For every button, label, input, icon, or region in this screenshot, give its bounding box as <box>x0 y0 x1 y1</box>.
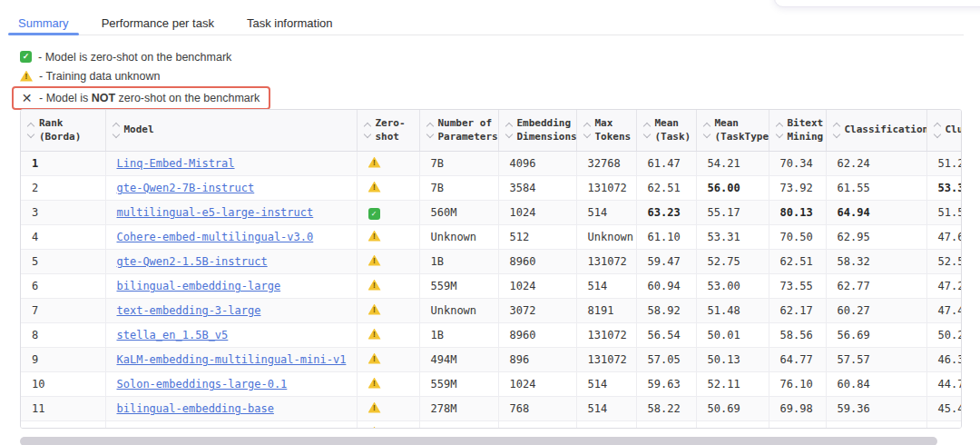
cell-mean_tasktype: 50.01 <box>696 323 769 348</box>
cell-dims: 1024 <box>498 274 576 299</box>
cell-max_tokens: 514 <box>576 372 636 397</box>
zero-shot-warning-icon <box>368 182 381 193</box>
legend-not-zero-shot-text: - Model is NOT zero-shot on the benchmar… <box>39 92 260 104</box>
cell-max_tokens: 131072 <box>576 176 636 201</box>
model-link[interactable]: text-embedding-3-large <box>117 304 261 317</box>
cell-mean_task: 58.22 <box>636 397 696 421</box>
horizontal-scrollbar[interactable] <box>20 437 937 445</box>
top-right-panel-edge <box>774 0 980 7</box>
cell-params <box>419 421 498 430</box>
column-header-model[interactable]: Model <box>105 110 357 152</box>
legend-not-zero-shot-highlight-box: ✕ - Model is NOT zero-shot on the benchm… <box>12 86 270 110</box>
cell-model: Linq-Embed-Mistral <box>105 152 357 176</box>
table-header-row: Rank(Borda)ModelZero-shotNumber ofParame… <box>21 110 962 152</box>
cell-classification: 58.32 <box>826 250 926 274</box>
column-header-max_tokens[interactable]: MaxTokens <box>576 110 636 152</box>
model-link[interactable]: stella_en_1.5B_v5 <box>117 329 229 341</box>
cell-mean_tasktype: 51.48 <box>696 299 769 323</box>
cell-model: multilingual-e5-large-instruct <box>105 201 357 225</box>
cell-rank: 5 <box>21 250 105 274</box>
tab-performance-per-task[interactable]: Performance per task <box>96 12 220 35</box>
cell-mean_tasktype: 50.69 <box>696 397 769 421</box>
cell-bitext: 70.50 <box>769 225 826 250</box>
model-link[interactable]: multilingual-e5-large-instruct <box>117 206 314 219</box>
zero-shot-warning-icon <box>368 304 381 315</box>
cell-dims <box>498 421 576 430</box>
column-header-mean_tasktype[interactable]: Mean(TaskType) <box>696 110 769 152</box>
column-header-label: Zero-shot <box>376 117 406 143</box>
column-header-label: MaxTokens <box>595 117 632 143</box>
cell-dims: 8960 <box>498 250 576 274</box>
column-header-label: Mean(TaskType) <box>715 117 769 143</box>
model-link[interactable]: gte-Qwen2-1.5B-instruct <box>117 255 268 268</box>
column-header-label: Model <box>124 124 154 136</box>
sort-arrows-icon <box>113 124 119 137</box>
cell-classification: 56.69 <box>826 323 926 348</box>
cell-dims: 3584 <box>498 176 576 201</box>
cell-clustering: 52.59 <box>926 250 962 274</box>
cell-model: KaLM-embedding-multilingual-mini-v1 <box>105 348 357 372</box>
legend-zero-shot: - Model is zero-shot on the benchmark <box>12 47 270 66</box>
column-header-bitext[interactable]: BitextMining <box>769 110 826 152</box>
cell-zero_shot <box>357 299 419 323</box>
column-header-params[interactable]: Number ofParameters <box>419 110 498 152</box>
sort-arrows-icon <box>427 124 433 137</box>
cell-clustering: 44.74 <box>926 372 962 397</box>
column-header-dims[interactable]: EmbeddingDimensions <box>498 110 576 152</box>
cell-max_tokens: 514 <box>576 201 636 225</box>
sort-arrows-icon <box>28 124 34 137</box>
table-row: 4Cohere-embed-multilingual-v3.0Unknown51… <box>21 225 962 250</box>
column-header-classification[interactable]: Classification <box>826 110 926 152</box>
cell-mean_task: 58.92 <box>636 299 696 323</box>
cell-max_tokens: 131072 <box>576 348 636 372</box>
cell-mean_tasktype: 56.00 <box>696 176 769 201</box>
column-header-mean_task[interactable]: Mean(Task) <box>636 110 696 152</box>
zero-shot-check-icon <box>20 51 32 63</box>
cell-bitext: 76.10 <box>769 372 826 397</box>
model-link[interactable]: gte-Qwen2-7B-instruct <box>117 182 255 194</box>
cell-rank: 1 <box>21 152 105 176</box>
cell-mean_tasktype: 52.11 <box>696 372 769 397</box>
tab-task-information[interactable]: Task information <box>241 12 338 35</box>
cell-max_tokens: 514 <box>576 274 636 299</box>
cell-model: stella_en_1.5B_v5 <box>105 323 357 348</box>
tab-summary-label: Summary <box>18 16 69 30</box>
cell-params: 560M <box>419 201 498 225</box>
cell-clustering: 45.41 <box>926 397 962 421</box>
sort-arrows-icon <box>365 124 370 137</box>
column-header-clustering[interactable]: Clustering <box>926 110 962 152</box>
sort-arrows-icon <box>704 124 710 137</box>
tab-performance-label: Performance per task <box>102 16 214 30</box>
cell-model <box>105 421 357 430</box>
cell-classification: 60.27 <box>826 299 926 323</box>
cell-bitext: 64.77 <box>769 348 826 372</box>
cell-dims: 768 <box>498 397 576 421</box>
model-link[interactable]: bilingual-embedding-large <box>117 280 281 292</box>
model-link[interactable]: Cohere-embed-multilingual-v3.0 <box>117 231 314 243</box>
cell-classification: 59.36 <box>826 397 926 421</box>
cell-classification: 61.55 <box>826 176 926 201</box>
cell-zero_shot <box>357 397 419 421</box>
table-row: 11bilingual-embedding-base278M76851458.2… <box>21 397 962 421</box>
tab-bar: Summary Performance per task Task inform… <box>13 12 964 35</box>
cell-params: 1B <box>419 250 498 274</box>
zero-shot-warning-icon <box>368 157 381 168</box>
table-row: 9KaLM-embedding-multilingual-mini-v1494M… <box>21 348 962 372</box>
column-header-rank[interactable]: Rank(Borda) <box>21 110 105 152</box>
cell-bitext: 69.98 <box>769 397 826 421</box>
column-header-zero_shot[interactable]: Zero-shot <box>357 110 419 152</box>
table-row: 7text-embedding-3-largeUnknown3072819158… <box>21 299 962 323</box>
model-link[interactable]: KaLM-embedding-multilingual-mini-v1 <box>117 353 347 366</box>
cell-bitext: 73.55 <box>769 274 826 299</box>
cell-mean_tasktype: 53.00 <box>696 274 769 299</box>
cell-max_tokens: 32768 <box>576 152 636 176</box>
cell-classification: 60.84 <box>826 372 926 397</box>
model-link[interactable]: Solon-embeddings-large-0.1 <box>117 378 288 391</box>
tab-summary[interactable]: Summary <box>13 12 74 35</box>
cell-max_tokens: 514 <box>576 397 636 421</box>
model-link[interactable]: Linq-Embed-Mistral <box>117 157 235 170</box>
model-link[interactable]: bilingual-embedding-base <box>117 402 274 415</box>
cell-clustering: 46.35 <box>926 348 962 372</box>
cell-zero_shot <box>357 201 419 225</box>
column-header-label: BitextMining <box>788 117 824 143</box>
